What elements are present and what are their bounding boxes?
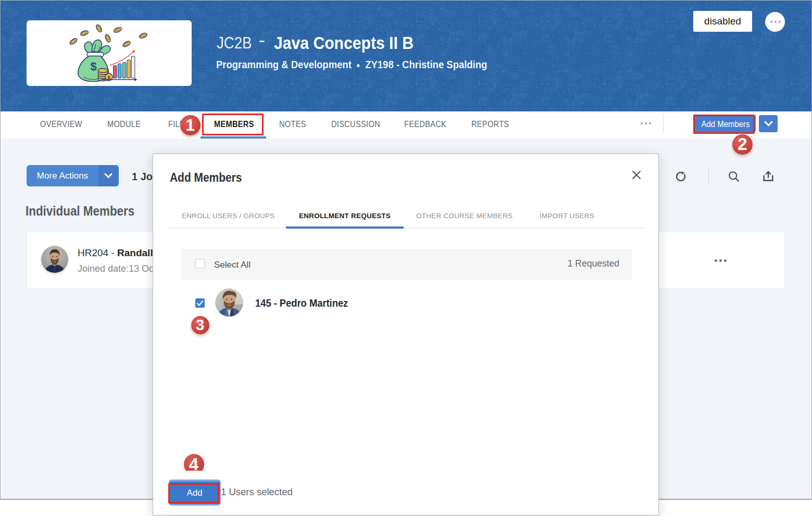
svg-text:$: $ — [107, 74, 110, 80]
svg-text:$: $ — [90, 60, 96, 73]
